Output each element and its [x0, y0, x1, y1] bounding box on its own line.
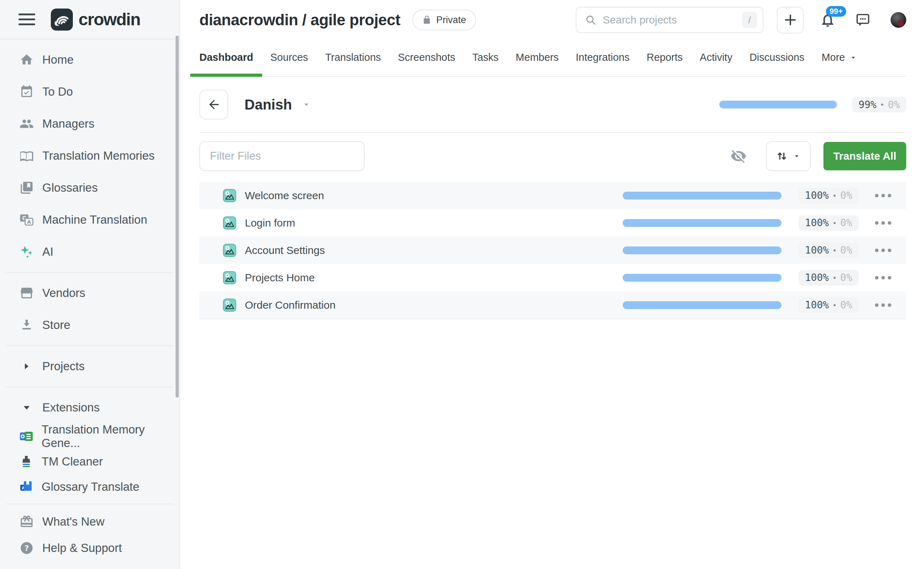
- tab-translations[interactable]: Translations: [325, 52, 381, 76]
- tab-sources[interactable]: Sources: [270, 52, 308, 76]
- sidebar-item-help-support[interactable]: ? Help & Support: [0, 535, 179, 561]
- sidebar-item-label: Glossary Translate: [42, 480, 139, 494]
- tab-discussions[interactable]: Discussions: [750, 52, 804, 76]
- caret-down-icon: [302, 100, 311, 109]
- arrow-left-icon: [207, 97, 221, 112]
- sidebar-item-glossary-translate[interactable]: A Glossary Translate: [0, 474, 179, 499]
- calendar-check-icon: [20, 85, 34, 99]
- filter-files-input[interactable]: [199, 141, 365, 171]
- sidebar-item-tm-generator[interactable]: Translation Memory Gene...: [0, 423, 179, 449]
- sidebar-divider: [6, 386, 174, 387]
- privacy-badge-label: Private: [436, 15, 466, 26]
- sidebar-item-label: Managers: [42, 117, 94, 131]
- file-name: Login form: [245, 217, 295, 229]
- notifications-button[interactable]: 99+: [819, 12, 836, 28]
- plus-icon: [783, 13, 798, 27]
- sidebar-item-store[interactable]: Store: [0, 309, 179, 341]
- user-avatar[interactable]: [891, 12, 906, 28]
- file-menu-button[interactable]: [875, 221, 891, 225]
- sort-button[interactable]: [766, 141, 811, 171]
- tab-activity[interactable]: Activity: [700, 52, 733, 76]
- file-menu-button[interactable]: [875, 194, 891, 197]
- top-bar: dianacrowdin / agile project Private / 9…: [199, 0, 906, 40]
- approved-percent: 0%: [888, 99, 900, 111]
- storefront-icon: [20, 286, 34, 300]
- crowdin-logo[interactable]: crowdin: [51, 9, 140, 30]
- messages-button[interactable]: [855, 12, 871, 28]
- language-progress-bar: [719, 100, 838, 108]
- file-name: Account Settings: [245, 244, 325, 256]
- sidebar-item-label: Projects: [42, 359, 85, 373]
- help-question-icon: ?: [20, 541, 34, 555]
- sidebar-item-label: Home: [42, 53, 74, 67]
- file-progress-badge: 100%•0%: [798, 270, 859, 286]
- sidebar-item-home[interactable]: Home: [0, 44, 179, 76]
- file-name: Projects Home: [245, 272, 315, 284]
- sidebar-item-projects[interactable]: Projects: [0, 350, 179, 382]
- file-progress-bar: [623, 192, 781, 199]
- sidebar-item-managers[interactable]: Managers: [0, 108, 179, 140]
- tab-screenshots[interactable]: Screenshots: [398, 52, 455, 76]
- sort-arrows-icon: [776, 150, 788, 162]
- file-menu-button[interactable]: [875, 303, 891, 307]
- sidebar-item-glossaries[interactable]: Glossaries: [0, 172, 179, 204]
- file-progress-badge: 100%•0%: [798, 188, 859, 204]
- sidebar-item-todo[interactable]: To Do: [0, 76, 179, 108]
- sidebar-item-whats-new[interactable]: What's New: [0, 508, 179, 535]
- hamburger-menu-icon[interactable]: [18, 14, 35, 25]
- screenshot-file-icon: [223, 271, 236, 284]
- translate-all-button[interactable]: Translate All: [824, 142, 906, 170]
- sidebar-item-tm-cleaner[interactable]: TM Cleaner: [0, 449, 179, 474]
- sidebar-item-machine-translation[interactable]: G A Machine Translation: [0, 204, 179, 236]
- language-header-row: Danish 99% • 0%: [199, 77, 906, 132]
- file-progress-bar: [623, 219, 781, 227]
- screenshot-file-icon: [223, 298, 236, 312]
- file-row[interactable]: Welcome screen 100%•0%: [199, 182, 906, 209]
- sidebar-item-extensions[interactable]: Extensions: [0, 391, 179, 423]
- glossary-translate-icon: A: [20, 480, 33, 494]
- file-row[interactable]: Projects Home 100%•0%: [199, 264, 906, 291]
- file-menu-button[interactable]: [875, 249, 891, 252]
- project-tabs: Dashboard Sources Translations Screensho…: [199, 40, 906, 77]
- sidebar-item-label: Translation Memory Gene...: [42, 423, 179, 450]
- tab-more[interactable]: More: [822, 52, 857, 76]
- notification-count-badge: 99+: [826, 6, 846, 17]
- tab-reports[interactable]: Reports: [647, 52, 683, 76]
- search-shortcut-hint: /: [742, 12, 757, 28]
- sidebar-item-label: AI: [42, 245, 53, 259]
- file-menu-button[interactable]: [875, 276, 891, 280]
- sidebar-item-label: Machine Translation: [42, 213, 147, 227]
- crowdin-logo-text: crowdin: [79, 10, 140, 29]
- tab-dashboard[interactable]: Dashboard: [199, 52, 253, 76]
- sidebar-item-ai[interactable]: AI: [0, 236, 179, 268]
- caret-down-icon: [20, 400, 34, 415]
- tab-integrations[interactable]: Integrations: [576, 52, 630, 76]
- sidebar-divider: [6, 345, 174, 346]
- sidebar-menu: Home To Do Managers Translation Memories…: [0, 40, 179, 561]
- file-row[interactable]: Order Confirmation 100%•0%: [199, 291, 906, 319]
- tab-members[interactable]: Members: [516, 52, 559, 76]
- caret-right-icon: [20, 359, 34, 373]
- sidebar-item-translation-memories[interactable]: Translation Memories: [0, 140, 179, 172]
- tab-tasks[interactable]: Tasks: [472, 52, 499, 76]
- translation-memory-generator-icon: [20, 430, 33, 443]
- sidebar-divider: [6, 504, 174, 504]
- sidebar-item-vendors[interactable]: Vendors: [0, 277, 179, 309]
- eye-off-icon: [730, 148, 746, 164]
- file-progress-badge: 100%•0%: [798, 297, 859, 313]
- toggle-hidden-files-button[interactable]: [730, 148, 746, 164]
- files-toolbar: Translate All: [199, 141, 906, 171]
- book-bookmark-icon: [20, 181, 34, 195]
- sidebar-item-label: Store: [42, 318, 70, 332]
- screenshot-file-icon: [223, 189, 236, 202]
- search-icon: [585, 14, 596, 26]
- create-project-button[interactable]: [777, 7, 804, 33]
- sidebar-scrollbar[interactable]: [176, 35, 179, 398]
- search-input[interactable]: [603, 14, 736, 26]
- file-row[interactable]: Account Settings 100%•0%: [199, 236, 906, 264]
- file-list: Welcome screen 100%•0% Login form 100%•0…: [199, 182, 906, 319]
- back-button[interactable]: [199, 90, 228, 120]
- language-selector-caret[interactable]: [302, 100, 311, 109]
- svg-text:A: A: [27, 219, 31, 225]
- file-row[interactable]: Login form 100%•0%: [199, 209, 906, 236]
